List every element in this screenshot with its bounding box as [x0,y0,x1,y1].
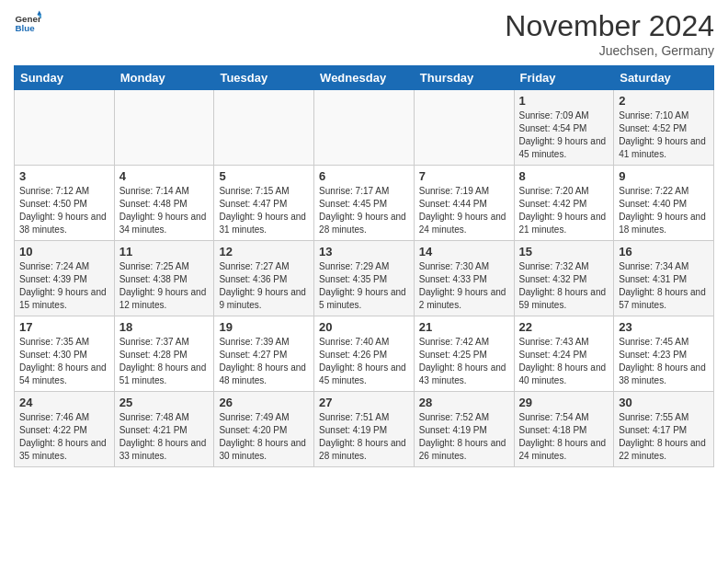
calendar-cell: 18Sunrise: 7:37 AM Sunset: 4:28 PM Dayli… [114,316,214,392]
day-number: 30 [619,396,709,409]
calendar-cell: 4Sunrise: 7:14 AM Sunset: 4:48 PM Daylig… [114,166,214,241]
page-header: General Blue November 2024 Juechsen, Ger… [14,9,714,58]
calendar-cell: 11Sunrise: 7:25 AM Sunset: 4:38 PM Dayli… [114,241,214,316]
day-info: Sunrise: 7:15 AM Sunset: 4:47 PM Dayligh… [219,185,309,236]
day-info: Sunrise: 7:43 AM Sunset: 4:24 PM Dayligh… [519,336,609,387]
day-number: 8 [519,169,609,183]
calendar-cell: 13Sunrise: 7:29 AM Sunset: 4:35 PM Dayli… [314,241,415,316]
day-number: 3 [19,169,109,183]
day-number: 5 [219,169,309,183]
svg-text:Blue: Blue [16,23,36,33]
calendar-week-1: 3Sunrise: 7:12 AM Sunset: 4:50 PM Daylig… [15,166,714,241]
day-info: Sunrise: 7:48 AM Sunset: 4:21 PM Dayligh… [119,411,210,463]
day-info: Sunrise: 7:17 AM Sunset: 4:45 PM Dayligh… [319,185,409,236]
day-info: Sunrise: 7:25 AM Sunset: 4:38 PM Dayligh… [119,260,210,312]
calendar-cell: 15Sunrise: 7:32 AM Sunset: 4:32 PM Dayli… [514,241,614,316]
day-number: 28 [419,396,509,409]
day-number: 11 [119,245,210,259]
calendar-cell: 12Sunrise: 7:27 AM Sunset: 4:36 PM Dayli… [214,241,314,316]
calendar-week-4: 24Sunrise: 7:46 AM Sunset: 4:22 PM Dayli… [15,392,714,467]
day-info: Sunrise: 7:46 AM Sunset: 4:22 PM Dayligh… [19,411,109,463]
calendar-cell [15,90,115,166]
calendar-table: Sunday Monday Tuesday Wednesday Thursday… [14,65,714,467]
calendar-cell: 14Sunrise: 7:30 AM Sunset: 4:33 PM Dayli… [414,241,514,316]
day-info: Sunrise: 7:51 AM Sunset: 4:19 PM Dayligh… [319,411,409,463]
day-info: Sunrise: 7:35 AM Sunset: 4:30 PM Dayligh… [19,336,109,387]
day-info: Sunrise: 7:39 AM Sunset: 4:27 PM Dayligh… [219,336,309,387]
col-saturday: Saturday [614,66,714,90]
calendar-cell: 27Sunrise: 7:51 AM Sunset: 4:19 PM Dayli… [314,392,415,467]
calendar-cell: 17Sunrise: 7:35 AM Sunset: 4:30 PM Dayli… [15,316,115,392]
col-tuesday: Tuesday [214,66,314,90]
calendar-cell: 3Sunrise: 7:12 AM Sunset: 4:50 PM Daylig… [15,166,115,241]
col-thursday: Thursday [414,66,514,90]
day-info: Sunrise: 7:20 AM Sunset: 4:42 PM Dayligh… [519,185,609,236]
day-number: 15 [519,245,609,259]
day-number: 7 [419,169,509,183]
day-number: 2 [619,94,709,108]
day-info: Sunrise: 7:40 AM Sunset: 4:26 PM Dayligh… [319,336,409,387]
day-number: 22 [519,320,609,334]
day-number: 29 [519,396,609,409]
day-number: 24 [19,396,109,409]
calendar-cell: 22Sunrise: 7:43 AM Sunset: 4:24 PM Dayli… [514,316,614,392]
day-number: 6 [319,169,409,183]
calendar-cell [214,90,314,166]
day-number: 9 [619,169,709,183]
day-info: Sunrise: 7:10 AM Sunset: 4:52 PM Dayligh… [619,109,709,161]
calendar-cell: 8Sunrise: 7:20 AM Sunset: 4:42 PM Daylig… [514,166,614,241]
day-number: 17 [19,320,109,334]
month-title: November 2024 [505,9,714,43]
calendar-cell [314,90,415,166]
calendar-cell: 9Sunrise: 7:22 AM Sunset: 4:40 PM Daylig… [614,166,714,241]
col-wednesday: Wednesday [314,66,415,90]
calendar-cell: 7Sunrise: 7:19 AM Sunset: 4:44 PM Daylig… [414,166,514,241]
day-info: Sunrise: 7:27 AM Sunset: 4:36 PM Dayligh… [219,260,309,312]
day-number: 4 [119,169,210,183]
col-sunday: Sunday [15,66,115,90]
day-info: Sunrise: 7:14 AM Sunset: 4:48 PM Dayligh… [119,185,210,236]
day-info: Sunrise: 7:29 AM Sunset: 4:35 PM Dayligh… [319,260,409,312]
calendar-week-2: 10Sunrise: 7:24 AM Sunset: 4:39 PM Dayli… [15,241,714,316]
day-number: 20 [319,320,409,334]
calendar-cell [114,90,214,166]
day-number: 25 [119,396,210,409]
day-number: 14 [419,245,509,259]
day-info: Sunrise: 7:49 AM Sunset: 4:20 PM Dayligh… [219,411,309,463]
day-info: Sunrise: 7:32 AM Sunset: 4:32 PM Dayligh… [519,260,609,312]
calendar-cell: 20Sunrise: 7:40 AM Sunset: 4:26 PM Dayli… [314,316,415,392]
calendar-week-3: 17Sunrise: 7:35 AM Sunset: 4:30 PM Dayli… [15,316,714,392]
day-info: Sunrise: 7:19 AM Sunset: 4:44 PM Dayligh… [419,185,509,236]
day-info: Sunrise: 7:09 AM Sunset: 4:54 PM Dayligh… [519,109,609,161]
location: Juechsen, Germany [505,43,714,58]
calendar-cell [414,90,514,166]
logo: General Blue [14,9,45,37]
day-info: Sunrise: 7:37 AM Sunset: 4:28 PM Dayligh… [119,336,210,387]
day-info: Sunrise: 7:54 AM Sunset: 4:18 PM Dayligh… [519,411,609,463]
day-number: 1 [519,94,609,108]
calendar-cell: 1Sunrise: 7:09 AM Sunset: 4:54 PM Daylig… [514,90,614,166]
calendar-cell: 23Sunrise: 7:45 AM Sunset: 4:23 PM Dayli… [614,316,714,392]
calendar-header-row: Sunday Monday Tuesday Wednesday Thursday… [15,66,714,90]
day-info: Sunrise: 7:12 AM Sunset: 4:50 PM Dayligh… [19,185,109,236]
day-info: Sunrise: 7:52 AM Sunset: 4:19 PM Dayligh… [419,411,509,463]
day-info: Sunrise: 7:30 AM Sunset: 4:33 PM Dayligh… [419,260,509,312]
calendar-cell: 10Sunrise: 7:24 AM Sunset: 4:39 PM Dayli… [15,241,115,316]
calendar-cell: 6Sunrise: 7:17 AM Sunset: 4:45 PM Daylig… [314,166,415,241]
day-number: 16 [619,245,709,259]
day-info: Sunrise: 7:55 AM Sunset: 4:17 PM Dayligh… [619,411,709,463]
day-info: Sunrise: 7:34 AM Sunset: 4:31 PM Dayligh… [619,260,709,312]
day-number: 26 [219,396,309,409]
day-info: Sunrise: 7:24 AM Sunset: 4:39 PM Dayligh… [19,260,109,312]
day-number: 19 [219,320,309,334]
day-info: Sunrise: 7:42 AM Sunset: 4:25 PM Dayligh… [419,336,509,387]
calendar-cell: 19Sunrise: 7:39 AM Sunset: 4:27 PM Dayli… [214,316,314,392]
calendar-cell: 5Sunrise: 7:15 AM Sunset: 4:47 PM Daylig… [214,166,314,241]
page-container: General Blue November 2024 Juechsen, Ger… [0,0,728,477]
calendar-cell: 16Sunrise: 7:34 AM Sunset: 4:31 PM Dayli… [614,241,714,316]
day-number: 23 [619,320,709,334]
calendar-week-0: 1Sunrise: 7:09 AM Sunset: 4:54 PM Daylig… [15,90,714,166]
calendar-cell: 25Sunrise: 7:48 AM Sunset: 4:21 PM Dayli… [114,392,214,467]
day-number: 12 [219,245,309,259]
calendar-cell: 24Sunrise: 7:46 AM Sunset: 4:22 PM Dayli… [15,392,115,467]
